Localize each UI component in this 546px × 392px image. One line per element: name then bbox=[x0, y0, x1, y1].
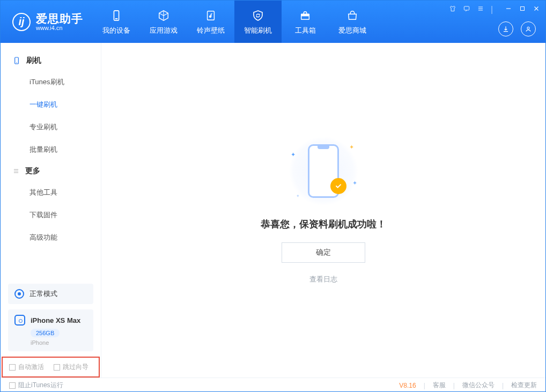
wechat-link[interactable]: 微信公众号 bbox=[462, 381, 495, 390]
separator: | bbox=[491, 5, 498, 12]
sparkle-icon: ✦ bbox=[349, 144, 354, 151]
view-log-link[interactable]: 查看日志 bbox=[309, 275, 337, 284]
sparkle-icon: ✦ bbox=[296, 194, 300, 198]
list-icon bbox=[12, 167, 20, 175]
user-button[interactable] bbox=[521, 21, 536, 36]
tab-label: 工具箱 bbox=[295, 26, 316, 35]
shirt-icon[interactable] bbox=[449, 5, 456, 12]
maximize-icon[interactable] bbox=[519, 5, 526, 12]
app-title: 爱思助手 bbox=[36, 12, 83, 25]
close-icon[interactable] bbox=[533, 5, 540, 12]
status-bar: 阻止iTunes运行 V8.16 | 客服 | 微信公众号 | 检查更新 bbox=[1, 378, 545, 392]
version-label: V8.16 bbox=[399, 382, 416, 389]
sidebar-item-batch-flash[interactable]: 批量刷机 bbox=[1, 138, 101, 161]
tab-store[interactable]: 爱思商城 bbox=[329, 1, 376, 43]
window-controls: | bbox=[449, 5, 540, 12]
minimize-icon[interactable] bbox=[505, 5, 512, 12]
svg-point-7 bbox=[527, 27, 529, 29]
auto-activate-checkbox[interactable]: 自动激活 bbox=[9, 363, 44, 372]
checkbox-icon bbox=[54, 364, 60, 371]
logo: ij 爱思助手 www.i4.cn bbox=[1, 1, 93, 43]
sidebar-item-oneclick-flash[interactable]: 一键刷机 bbox=[1, 93, 101, 116]
store-icon bbox=[345, 9, 359, 23]
sidebar-section-flash: 刷机 bbox=[1, 50, 101, 71]
svg-point-9 bbox=[16, 62, 17, 63]
sidebar-item-pro-flash[interactable]: 专业刷机 bbox=[1, 116, 101, 138]
svg-rect-5 bbox=[464, 6, 469, 10]
music-file-icon bbox=[204, 9, 218, 23]
separator: | bbox=[502, 382, 504, 389]
separator: | bbox=[424, 382, 425, 389]
cube-icon bbox=[157, 9, 171, 23]
main-content: ✦ ✦ ✦ ✦ 恭喜您，保资料刷机成功啦！ 确定 查看日志 bbox=[101, 43, 545, 378]
sidebar-item-download-firmware[interactable]: 下载固件 bbox=[1, 204, 101, 226]
sparkle-icon: ✦ bbox=[291, 151, 296, 158]
sidebar-item-advanced[interactable]: 高级功能 bbox=[1, 226, 101, 249]
svg-rect-1 bbox=[115, 18, 117, 19]
sidebar-item-other-tools[interactable]: 其他工具 bbox=[1, 181, 101, 204]
checkbox-label: 阻止iTunes运行 bbox=[18, 381, 63, 390]
check-update-link[interactable]: 检查更新 bbox=[511, 381, 537, 390]
sidebar-section-more: 更多 bbox=[1, 161, 101, 181]
menu-icon[interactable] bbox=[477, 5, 484, 12]
checkbox-icon bbox=[9, 364, 16, 371]
tab-label: 爱思商城 bbox=[338, 26, 366, 35]
sidebar-item-itunes-flash[interactable]: iTunes刷机 bbox=[1, 71, 101, 93]
device-box[interactable]: iPhone XS Max 256GB iPhone bbox=[8, 309, 93, 351]
section-title: 刷机 bbox=[26, 56, 41, 65]
download-button[interactable] bbox=[498, 21, 513, 36]
tab-label: 智能刷机 bbox=[244, 26, 272, 35]
device-panel: 正常模式 iPhone XS Max 256GB iPhone bbox=[1, 279, 101, 357]
device-name: iPhone XS Max bbox=[31, 316, 80, 324]
block-itunes-checkbox[interactable]: 阻止iTunes运行 bbox=[9, 381, 63, 390]
device-phone-icon bbox=[14, 315, 25, 326]
checkbox-icon bbox=[9, 382, 16, 389]
svg-rect-4 bbox=[301, 14, 309, 16]
tab-label: 应用游戏 bbox=[150, 26, 178, 35]
phone-icon bbox=[109, 9, 123, 23]
header-right-icons bbox=[498, 21, 536, 36]
device-type: iPhone bbox=[31, 339, 87, 346]
separator: | bbox=[453, 382, 455, 389]
checkbox-label: 自动激活 bbox=[18, 363, 44, 372]
header-tabs: 我的设备 应用游戏 铃声壁纸 智能刷机 工具箱 爱思商城 bbox=[93, 1, 376, 43]
success-message: 恭喜您，保资料刷机成功啦！ bbox=[261, 218, 386, 231]
tab-apps-games[interactable]: 应用游戏 bbox=[140, 1, 187, 43]
ok-button[interactable]: 确定 bbox=[282, 242, 365, 263]
skip-guide-checkbox[interactable]: 跳过向导 bbox=[54, 363, 88, 372]
app-site: www.i4.cn bbox=[36, 25, 83, 31]
tab-ringtones-wallpapers[interactable]: 铃声壁纸 bbox=[187, 1, 234, 43]
section-title: 更多 bbox=[25, 166, 40, 176]
checkbox-label: 跳过向导 bbox=[63, 363, 88, 372]
mode-dot-icon bbox=[14, 289, 24, 299]
checkmark-badge-icon bbox=[330, 178, 346, 194]
tab-label: 铃声壁纸 bbox=[197, 26, 225, 35]
logo-icon: ij bbox=[12, 13, 31, 31]
svg-rect-6 bbox=[521, 7, 525, 11]
tab-my-device[interactable]: 我的设备 bbox=[93, 1, 140, 43]
toolbox-icon bbox=[298, 9, 312, 23]
tab-label: 我的设备 bbox=[102, 26, 130, 35]
refresh-shield-icon bbox=[251, 9, 265, 23]
device-icon bbox=[12, 56, 21, 65]
sparkle-icon: ✦ bbox=[352, 180, 357, 187]
sidebar: 刷机 iTunes刷机 一键刷机 专业刷机 批量刷机 更多 其他工具 下载固件 … bbox=[1, 43, 101, 378]
tab-toolbox[interactable]: 工具箱 bbox=[282, 1, 329, 43]
feedback-icon[interactable] bbox=[463, 5, 470, 12]
mode-label: 正常模式 bbox=[29, 289, 57, 299]
option-highlight-box: 自动激活 跳过向导 bbox=[2, 357, 100, 378]
device-storage-badge: 256GB bbox=[31, 329, 60, 337]
mode-box[interactable]: 正常模式 bbox=[8, 284, 93, 304]
tab-smart-flash[interactable]: 智能刷机 bbox=[234, 1, 282, 43]
success-illustration: ✦ ✦ ✦ ✦ bbox=[289, 136, 358, 206]
app-header: ij 爱思助手 www.i4.cn 我的设备 应用游戏 铃声壁纸 智能刷机 工具… bbox=[1, 1, 545, 43]
support-link[interactable]: 客服 bbox=[433, 381, 446, 390]
